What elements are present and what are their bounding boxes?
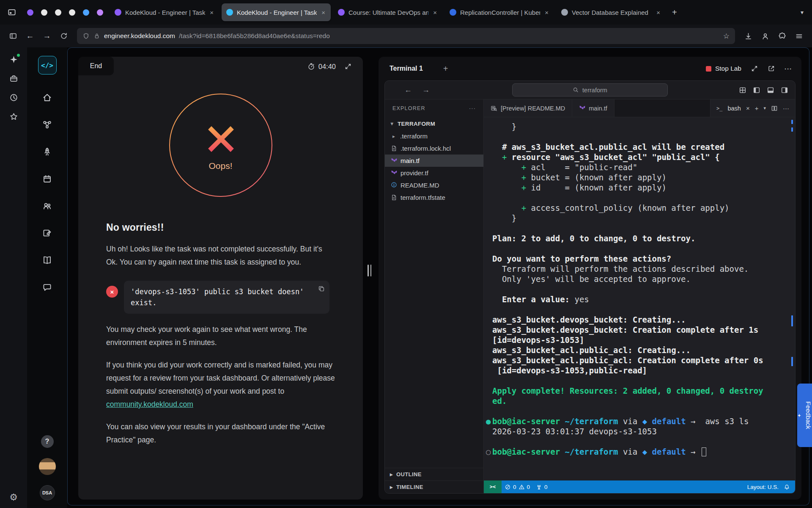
panel-menu-icon[interactable]: ··· <box>785 65 792 72</box>
terminal-output[interactable]: } # aws_s3_bucket_acl.public_acl will be… <box>484 117 795 480</box>
toggle-secondary-sidebar-icon[interactable] <box>781 86 788 94</box>
browser-tab[interactable]: KodeKloud - Engineer | Task× <box>222 3 331 21</box>
page-title: No worries!! <box>106 222 335 233</box>
split-terminal-icon[interactable] <box>771 105 778 112</box>
help-button[interactable]: ? <box>41 435 54 448</box>
tab-title: KodeKloud - Engineer | Task <box>237 9 317 16</box>
url-bar[interactable]: engineer.kodekloud.com/task?id=6818be6fa… <box>77 28 735 44</box>
settings-gear-icon[interactable]: ⚙ <box>9 493 18 502</box>
forward-button[interactable]: → <box>40 29 54 43</box>
tab-close-button[interactable]: × <box>432 9 438 16</box>
bookmarks-icon[interactable] <box>9 112 18 121</box>
browser-tab[interactable]: Course: Ultimate DevOps an× <box>333 3 442 21</box>
workspace-root[interactable]: ▾ TERRAFORM <box>385 117 483 130</box>
open-external-icon[interactable] <box>768 65 775 72</box>
panel-resize-handle[interactable] <box>368 265 371 276</box>
editor-tab[interactable]: main.tf <box>572 99 614 117</box>
keyboard-layout[interactable]: Layout: U.S. <box>747 484 779 490</box>
timer-value: 04:40 <box>318 63 336 71</box>
dsa-avatar[interactable]: DSA <box>40 485 55 500</box>
terminal-bash-tab[interactable]: >_ bash × + ▾ ··· <box>710 99 795 117</box>
reload-button[interactable] <box>57 29 71 43</box>
sidebar-item-teams[interactable] <box>27 192 67 219</box>
terminal-menu-icon[interactable]: ··· <box>783 105 789 112</box>
terminal-tab[interactable]: Terminal 1 <box>388 61 425 76</box>
command-center-search[interactable]: terraform <box>512 83 668 97</box>
tab-close-button[interactable]: × <box>209 9 214 16</box>
toggle-panel-icon[interactable] <box>767 86 774 94</box>
ai-chat-icon[interactable] <box>9 55 18 64</box>
explorer-item[interactable]: main.tf <box>385 155 483 167</box>
outline-section[interactable]: ▸ OUTLINE <box>385 468 483 480</box>
sidebar-item-home[interactable] <box>27 84 67 111</box>
notification-dot <box>17 54 20 57</box>
back-button[interactable]: ← <box>23 29 37 43</box>
bookmark-star-icon[interactable]: ☆ <box>723 32 730 41</box>
sidebar-toggle-icon[interactable] <box>6 29 20 43</box>
ports-indicator[interactable]: 0 <box>533 480 551 493</box>
copy-icon[interactable] <box>318 285 325 293</box>
pinned-tab-favicon[interactable] <box>27 9 33 16</box>
pinned-tab-favicon[interactable] <box>83 9 89 16</box>
explorer-menu-icon[interactable]: ··· <box>469 105 476 111</box>
toolbox-icon[interactable] <box>9 74 18 83</box>
browser-tab[interactable]: KodeKloud - Engineer | Task× <box>110 3 219 21</box>
close-terminal-icon[interactable]: × <box>746 105 750 112</box>
explorer-item[interactable]: provider.tf <box>385 167 483 179</box>
account-icon[interactable] <box>758 29 772 43</box>
expand-panel-icon[interactable] <box>344 63 352 70</box>
history-icon[interactable] <box>9 93 18 102</box>
tab-close-button[interactable]: × <box>544 9 549 16</box>
problems-indicator[interactable]: 0 0 <box>502 480 533 493</box>
terminal-line <box>492 375 795 386</box>
editor-tab[interactable]: [Preview] README.MD <box>484 99 572 117</box>
sidebar-item-integrations[interactable] <box>27 111 67 138</box>
notifications-bell-icon[interactable] <box>784 484 790 490</box>
new-tab-button[interactable]: + <box>669 8 680 17</box>
customize-layout-icon[interactable] <box>739 86 746 94</box>
file-name: .terraform <box>400 133 428 140</box>
pinned-tab-favicon[interactable] <box>69 9 75 16</box>
maximize-icon[interactable] <box>751 65 758 72</box>
lock-icon[interactable] <box>93 33 100 39</box>
sidebar-item-reviews[interactable] <box>27 219 67 246</box>
editor-forward-icon[interactable]: → <box>422 86 430 94</box>
stop-lab-button[interactable]: Stop Lab <box>706 65 741 72</box>
terminal-dropdown-icon[interactable]: ▾ <box>763 105 766 111</box>
user-avatar[interactable] <box>39 458 56 475</box>
explorer-item[interactable]: .terraform.lock.hcl <box>385 142 483 155</box>
menu-icon[interactable] <box>792 29 806 43</box>
community-link[interactable]: community.kodekloud.com <box>106 400 193 409</box>
task-message: You can also view your results in your d… <box>106 420 335 447</box>
pinned-tab-favicon[interactable] <box>97 9 103 16</box>
explorer-item[interactable]: ▸.terraform <box>385 130 483 142</box>
tab-close-button[interactable]: × <box>656 9 661 16</box>
sidebar-item-playgrounds[interactable] <box>27 138 67 165</box>
add-terminal-button[interactable]: + <box>443 64 448 74</box>
tracking-shield-icon[interactable] <box>82 33 90 40</box>
sidebar-item-calendar[interactable] <box>27 165 67 192</box>
firefox-view-button[interactable] <box>5 6 19 19</box>
timeline-section[interactable]: ▸ TIMELINE <box>385 480 483 493</box>
error-line: exist. <box>131 297 310 308</box>
browser-tab[interactable]: ReplicationController | Kuber× <box>445 3 554 21</box>
editor-back-icon[interactable]: ← <box>404 86 412 94</box>
sidebar-item-support[interactable] <box>27 273 67 301</box>
feedback-button[interactable]: Feedback <box>797 384 812 447</box>
tab-close-button[interactable]: × <box>321 9 326 16</box>
explorer-item[interactable]: terraform.tfstate <box>385 191 483 204</box>
end-tab[interactable]: End <box>78 57 114 75</box>
new-terminal-icon[interactable]: + <box>755 105 759 112</box>
list-tabs-chevron-icon[interactable]: ▾ <box>797 9 807 16</box>
toggle-sidebar-icon[interactable] <box>753 86 760 94</box>
extensions-icon[interactable] <box>775 29 789 43</box>
pinned-tab-favicon[interactable] <box>55 9 61 16</box>
explorer-item[interactable]: README.MD <box>385 179 483 191</box>
terminal-line: [id=devops-s3-1053] <box>492 335 795 345</box>
pinned-tab-favicon[interactable] <box>41 9 47 16</box>
remote-indicator[interactable]: >< <box>484 480 502 493</box>
kodekloud-logo[interactable]: </> <box>38 56 57 75</box>
browser-tab[interactable]: Vector Database Explained× <box>557 3 666 21</box>
sidebar-item-docs[interactable] <box>27 246 67 273</box>
downloads-icon[interactable] <box>741 29 755 43</box>
